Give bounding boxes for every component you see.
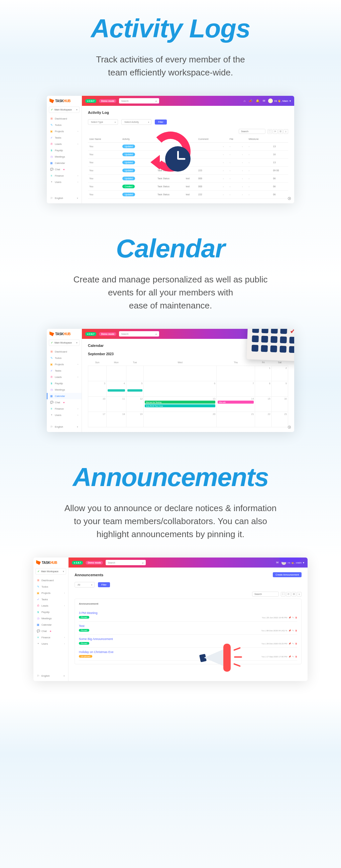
calendar-cell[interactable]: 17 <box>88 412 107 427</box>
table-search[interactable] <box>239 129 265 134</box>
calendar-cell[interactable]: 15 <box>255 397 272 412</box>
table-row[interactable]: YouUpdatedTask Statustest222----06 <box>88 191 288 199</box>
edit-icon[interactable]: ✎ <box>292 642 294 645</box>
workspace-selector[interactable]: ✓ Main Workspace ▾ <box>49 340 80 346</box>
calendar-cell[interactable]: 4 <box>106 381 126 397</box>
create-announcement-button[interactable]: Create Announcement <box>273 572 302 577</box>
announcement-title[interactable]: Some Big Announcement <box>79 637 297 641</box>
calendar-event[interactable]: Eda R234 Test Case <box>145 404 215 407</box>
calendar-cell[interactable]: 14Ella edit <box>217 397 255 412</box>
calendar-cell[interactable]: 7 <box>217 381 255 397</box>
sidebar-item-leads[interactable]: ✆Leads› <box>47 141 82 147</box>
sidebar-item-todos[interactable]: ✎Todos <box>47 355 82 361</box>
calendar-cell[interactable] <box>144 366 217 381</box>
table-row[interactable]: YouUpdatedTask Statustest000----06 <box>88 175 288 183</box>
sidebar-item-meetings[interactable]: ◷Meetings <box>33 615 68 622</box>
sidebar-item-finance[interactable]: ≡Finance› <box>47 406 82 412</box>
columns-icon[interactable]: ☰ <box>278 129 283 134</box>
sidebar-item-calendar[interactable]: ▦Calendar <box>47 393 82 399</box>
calendar-cell[interactable]: 16 <box>272 397 288 412</box>
calendar-cell[interactable] <box>88 366 107 381</box>
delete-icon[interactable]: 🗑 <box>295 643 297 645</box>
sidebar-item-finance[interactable]: ≡Finance› <box>33 634 68 641</box>
select-type[interactable]: Select Type <box>88 119 118 125</box>
announcement-title[interactable]: Test <box>79 624 297 628</box>
calendar-cell[interactable]: 21 <box>217 412 255 427</box>
message-icon[interactable]: ✉ <box>276 561 279 564</box>
calendar-cell[interactable]: 22 <box>255 412 272 427</box>
sidebar-item-meetings[interactable]: ◷Meetings <box>47 386 82 393</box>
message-icon[interactable]: ✉ <box>263 99 265 102</box>
sidebar-item-tasks[interactable]: ✓Tasks <box>33 596 68 602</box>
announcement-item[interactable]: 3 PM MeetingPinnedYou | 25-Jun-2022 10:4… <box>79 609 297 622</box>
filter-button[interactable]: Filter <box>98 582 110 587</box>
sidebar-item-users[interactable]: ⚬Users› <box>33 641 68 647</box>
calendar-cell[interactable]: 9 <box>272 381 288 397</box>
sidebar-item-users[interactable]: ⚬Users› <box>47 412 82 418</box>
home-icon[interactable]: ⌂ <box>244 99 246 102</box>
sidebar-item-projects[interactable]: ▣Projects› <box>33 590 68 596</box>
workspace-selector[interactable]: ✓ Main Workspace ▾ <box>35 568 66 575</box>
refresh-icon[interactable]: ⟳ <box>286 592 291 597</box>
calendar-cell[interactable]: 23 <box>272 412 288 427</box>
announcement-item[interactable]: TestPinnedYou | 08-Dec-2020 04 (42) %📌✎🗑 <box>79 622 297 634</box>
calendar-cell[interactable]: 19 <box>126 412 144 427</box>
sidebar-item-payslip[interactable]: $Payslip <box>47 147 82 154</box>
sidebar-item-dashboard[interactable]: ⊞Dashboard <box>47 116 82 122</box>
announcement-title[interactable]: 3 PM Meeting <box>79 611 297 615</box>
sidebar-item-calendar[interactable]: ▦Calendar <box>47 160 82 166</box>
calendar-cell[interactable]: 20 <box>144 412 217 427</box>
select-activity[interactable]: Select Activity <box>121 119 151 125</box>
filter-all[interactable]: All <box>75 582 95 588</box>
sidebar-item-chat[interactable]: 💬Chat★ <box>33 628 68 634</box>
sidebar-item-payslip[interactable]: $Payslip <box>33 609 68 615</box>
sidebar-item-todos[interactable]: ✎Todos <box>47 122 82 128</box>
refresh-icon[interactable]: ⟳ <box>273 129 278 134</box>
sidebar-item-projects[interactable]: ▣Projects› <box>47 361 82 368</box>
sidebar-item-tasks[interactable]: ✓Tasks <box>47 368 82 374</box>
pin-icon[interactable]: 📌 <box>288 655 291 658</box>
user-menu[interactable]: Hi 👋, Main ▾ <box>268 98 291 103</box>
edit-icon[interactable]: ✎ <box>292 655 294 658</box>
sidebar-item-payslip[interactable]: $Payslip <box>47 380 82 386</box>
sidebar-item-chat[interactable]: 💬Chat★ <box>47 166 82 173</box>
export-icon[interactable]: ⤓ <box>297 592 302 597</box>
sidebar-item-leads[interactable]: ✆Leads› <box>33 602 68 609</box>
delete-icon[interactable]: 🗑 <box>295 617 297 619</box>
global-search[interactable]: Search ⌕ <box>119 98 159 103</box>
columns-icon[interactable]: ☰ <box>291 592 296 597</box>
sidebar-item-projects[interactable]: ▣Projects› <box>47 128 82 134</box>
calendar-cell[interactable]: 2 <box>272 366 288 381</box>
sidebar-item-todos[interactable]: ✎Todos <box>33 584 68 590</box>
sidebar-language[interactable]: ⚐ English ▾ <box>47 424 82 430</box>
calendar-cell[interactable]: 6 <box>144 381 217 397</box>
pin-icon[interactable]: 📌 <box>288 629 291 632</box>
delete-icon[interactable]: 🗑 <box>295 630 297 632</box>
calendar-cell[interactable]: 13Eta test for TestingEda R234 Test Case <box>144 397 217 412</box>
megaphone-icon[interactable]: 📣 <box>249 99 252 102</box>
calendar-cell[interactable]: 8 <box>255 381 272 397</box>
sidebar-item-users[interactable]: ⚬Users› <box>47 179 82 185</box>
filter-button[interactable]: Filter <box>155 120 167 125</box>
workspace-selector[interactable]: ✓ Main Workspace ▾ <box>49 106 80 113</box>
calendar-event[interactable]: Ella edit <box>218 401 254 404</box>
calendar-cell[interactable]: 5 <box>126 381 144 397</box>
calendar-cell[interactable]: 1 <box>255 366 272 381</box>
table-search[interactable] <box>252 592 279 597</box>
edit-icon[interactable]: ✎ <box>292 629 294 632</box>
fullscreen-icon[interactable]: ⛶ <box>267 129 272 134</box>
calendar-cell[interactable] <box>106 366 126 381</box>
fullscreen-icon[interactable]: ⛶ <box>281 592 285 597</box>
announcement-item[interactable]: Some Big AnnouncementPinnedYou | 28-Dec-… <box>79 634 297 648</box>
calendar-cell[interactable]: 10 <box>88 397 107 412</box>
sidebar-item-finance[interactable]: ≡Finance› <box>47 173 82 179</box>
sidebar-item-chat[interactable]: 💬Chat★ <box>47 399 82 406</box>
calendar-cell[interactable]: 12 <box>126 397 144 412</box>
calendar-cell[interactable] <box>217 366 255 381</box>
calendar-event[interactable]: Eta test for Testing <box>145 401 215 404</box>
pin-icon[interactable]: 📌 <box>288 642 291 645</box>
sidebar-item-meetings[interactable]: ◷Meetings <box>47 154 82 160</box>
delete-icon[interactable]: 🗑 <box>295 656 297 658</box>
sidebar-item-calendar[interactable]: ▦Calendar <box>33 622 68 628</box>
calendar-cell[interactable]: 18 <box>106 412 126 427</box>
